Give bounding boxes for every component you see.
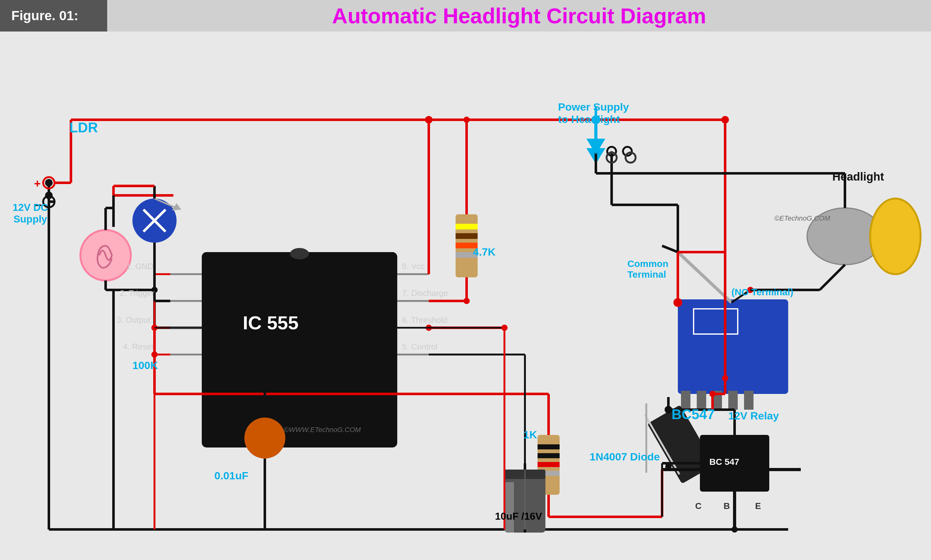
diode-label: 1N4007 Diode — [590, 451, 660, 463]
transistor-b-label: B — [724, 501, 730, 511]
relay-label: 12V Relay — [728, 410, 779, 422]
svg-point-82 — [244, 418, 285, 458]
figure-label: Figure. 01: — [0, 0, 107, 32]
svg-point-43 — [721, 116, 729, 123]
svg-rect-31 — [456, 233, 478, 239]
cap-001-label: 0.01uF — [214, 469, 248, 482]
svg-rect-76 — [538, 462, 560, 467]
svg-rect-50 — [678, 299, 788, 394]
svg-rect-30 — [456, 224, 478, 229]
svg-point-150 — [731, 526, 738, 532]
pin4-label: 4. Reset — [123, 342, 154, 352]
headlight-label: Headlight — [832, 170, 884, 183]
svg-line-58 — [662, 246, 678, 252]
pin2-label: 2. Trigger — [120, 288, 154, 298]
pin5-label: 5. Control — [402, 342, 438, 352]
watermark2: ©ETechnoG.COM — [774, 214, 830, 223]
svg-point-13 — [290, 248, 309, 259]
main-title: Automatic Headlight Circuit Diagram — [332, 4, 706, 28]
svg-point-144 — [870, 198, 920, 274]
svg-point-4 — [45, 179, 52, 186]
svg-point-109 — [722, 375, 728, 381]
svg-rect-12 — [202, 252, 397, 448]
svg-point-141 — [501, 325, 507, 331]
ldr-label: LDR — [69, 120, 98, 135]
cap-10uf-label: 10uF /16V — [495, 511, 542, 522]
svg-rect-55 — [744, 391, 754, 410]
svg-point-36 — [464, 298, 470, 304]
transistor-label: BC547 — [672, 406, 715, 422]
svg-rect-91 — [504, 482, 514, 532]
pin3-label: 3. Output — [117, 315, 150, 325]
transistor-marking: BC 547 — [709, 457, 739, 467]
watermark1: ©WWW.ETechnoG.COM — [284, 426, 361, 434]
transistor-c-label: C — [695, 501, 701, 511]
resistor-100k-label: 100K — [133, 359, 158, 372]
no-terminal-label: (NO Terminal) — [731, 287, 793, 297]
svg-line-145 — [820, 265, 845, 290]
svg-rect-54 — [728, 391, 738, 410]
transistor-e-label: E — [755, 501, 761, 511]
svg-rect-74 — [538, 445, 560, 449]
svg-point-25 — [425, 116, 433, 123]
svg-line-57 — [678, 252, 731, 303]
supply-label: 12V DCSupply — [12, 202, 48, 225]
title-area: Automatic Headlight Circuit Diagram — [107, 3, 931, 28]
pin8-label: 8. Vcc — [402, 262, 425, 271]
pin7-label: 7. Discharge — [402, 288, 448, 298]
svg-rect-75 — [538, 453, 560, 458]
ic555-label: IC 555 — [243, 312, 299, 334]
header: Figure. 01: Automatic Headlight Circuit … — [0, 0, 931, 32]
resistor-4k7-label: 4.7K — [473, 246, 496, 258]
common-terminal-label: CommonTerminal — [627, 258, 668, 280]
power-supply-label: Power Supply to Headlight — [558, 101, 629, 125]
svg-text:+: + — [34, 177, 41, 190]
svg-point-138 — [464, 117, 470, 123]
pin1-label: 1. GND — [126, 262, 154, 271]
pin6-label: 6. Threshold — [402, 315, 447, 325]
resistor-1k-label: 1K — [523, 429, 537, 441]
circuit-diagram: + − — [0, 32, 931, 560]
